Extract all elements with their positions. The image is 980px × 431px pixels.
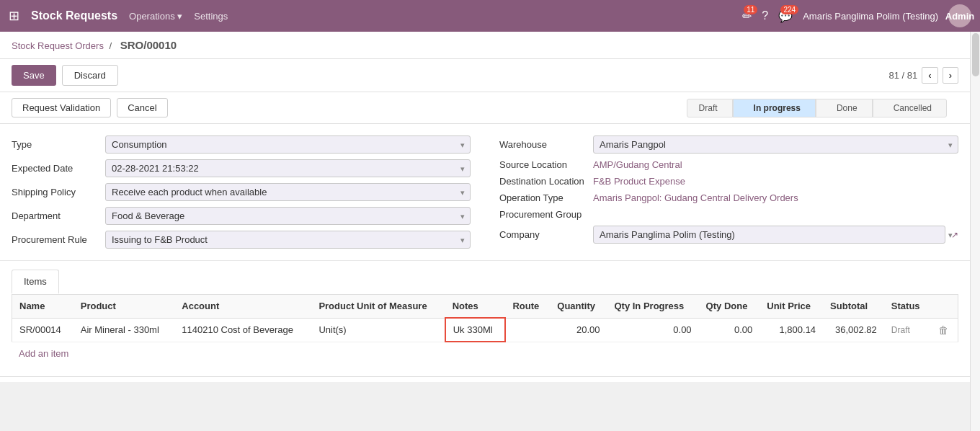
grid-icon[interactable]: ⊞ <box>9 8 19 24</box>
col-status: Status <box>884 295 931 319</box>
tab-items[interactable]: Items <box>12 270 59 294</box>
shipping-policy-select[interactable]: Receive each product when available <box>105 183 471 201</box>
status-draft: Draft <box>687 99 733 117</box>
main-content: Type Consumption Expected Date 02-28-202… <box>0 124 970 382</box>
col-account: Account <box>174 295 311 319</box>
warehouse-row: Warehouse Amaris Pangpol <box>499 135 958 154</box>
col-name: Name <box>12 295 74 319</box>
status-badge: Draft <box>891 325 910 335</box>
page-main: Stock Request Orders / SRO/00010 Save Di… <box>0 32 970 431</box>
cell-account: 1140210 Cost of Beverage <box>174 318 311 342</box>
expected-date-select[interactable]: 02-28-2021 21:53:22 <box>105 159 471 177</box>
procurement-rule-select[interactable]: Issuing to F&B Product <box>105 231 471 249</box>
tabs-section: Items <box>0 261 970 294</box>
col-quantity: Quantity <box>550 295 607 319</box>
expected-date-row: Expected Date 02-28-2021 21:53:22 <box>12 159 471 177</box>
save-button[interactable]: Save <box>12 65 56 86</box>
discard-button[interactable]: Discard <box>62 65 118 86</box>
expected-date-wrapper: 02-28-2021 21:53:22 <box>105 159 471 177</box>
company-wrapper: Amaris Panglima Polim (Testing) ↗ <box>593 226 958 244</box>
request-validation-button[interactable]: Request Validation <box>12 98 111 117</box>
nav-settings[interactable]: Settings <box>194 11 228 22</box>
user-name[interactable]: Amaris Panglima Polim (Testing) <box>803 11 938 22</box>
table-section: Name Product Account Product Unit of Mea… <box>0 294 970 376</box>
cell-quantity: 20.00 <box>550 318 607 342</box>
add-item-link[interactable]: Add an item <box>12 342 76 365</box>
source-location-text: AMP/Gudang Central <box>593 156 682 173</box>
table-body: SR/00014 Air Mineral - 330ml 1140210 Cos… <box>12 318 958 342</box>
cell-qty-done: 0.00 <box>699 318 760 342</box>
table-header-row: Name Product Account Product Unit of Mea… <box>12 295 958 319</box>
shipping-policy-wrapper: Receive each product when available <box>105 183 471 201</box>
status-cancelled: Cancelled <box>873 99 947 117</box>
operation-type-text: Amaris Pangpol: Gudang Central Delivery … <box>593 190 798 206</box>
toolbar-left: Save Discard <box>12 65 118 86</box>
avatar[interactable]: Admin <box>948 4 971 27</box>
source-location-label: Source Location <box>499 159 593 170</box>
col-actions <box>931 295 958 319</box>
edit-badge[interactable]: ✏ 11 <box>742 9 752 23</box>
cell-name: SR/00014 <box>12 318 74 342</box>
next-button[interactable]: › <box>943 67 958 84</box>
scrollbar-thumb[interactable] <box>972 33 979 76</box>
cell-subtotal: 36,002.82 <box>823 318 884 342</box>
chat-badge[interactable]: 💬 224 <box>778 9 793 23</box>
navbar: ⊞ Stock Requests Operations ▾ Settings ✏… <box>0 0 980 32</box>
company-external-link[interactable]: ↗ <box>951 230 958 240</box>
navbar-right: ✏ 11 ? 💬 224 Amaris Panglima Polim (Test… <box>742 4 971 27</box>
source-location-value: AMP/Gudang Central <box>593 159 958 170</box>
department-row: Department Food & Beverage <box>12 207 471 225</box>
procurement-rule-row: Procurement Rule Issuing to F&B Product <box>12 231 471 249</box>
horizontal-scrollbar[interactable] <box>0 376 970 382</box>
procurement-group-label: Procurement Group <box>499 209 593 220</box>
help-badge[interactable]: ? <box>762 9 768 22</box>
delete-row-button[interactable]: 🗑 <box>938 324 948 336</box>
col-qty-in-progress: Qty In Progress <box>607 295 698 319</box>
destination-location-label: Destination Location <box>499 176 593 187</box>
procurement-rule-wrapper: Issuing to F&B Product <box>105 231 471 249</box>
cell-qty-in-progress: 0.00 <box>607 318 698 342</box>
action-buttons: Request Validation Cancel <box>12 98 168 117</box>
cell-uom: Unit(s) <box>311 318 445 342</box>
breadcrumb-current: SRO/00010 <box>120 39 177 51</box>
cancel-button[interactable]: Cancel <box>117 98 167 117</box>
items-table: Name Product Account Product Unit of Mea… <box>12 294 958 342</box>
col-uom: Product Unit of Measure <box>311 295 445 319</box>
toolbar: Save Discard 81 / 81 ‹ › <box>0 59 970 92</box>
prev-button[interactable]: ‹ <box>922 67 937 84</box>
warehouse-select[interactable]: Amaris Pangpol <box>593 135 958 154</box>
type-select-wrapper: Consumption <box>105 135 471 154</box>
cell-route <box>505 318 550 342</box>
destination-location-row: Destination Location F&B Product Expense <box>499 176 958 187</box>
col-subtotal: Subtotal <box>823 295 884 319</box>
department-label: Department <box>12 210 105 221</box>
col-route: Route <box>505 295 550 319</box>
form-section: Type Consumption Expected Date 02-28-202… <box>0 124 970 261</box>
form-left: Type Consumption Expected Date 02-28-202… <box>12 135 471 254</box>
operation-type-row: Operation Type Amaris Pangpol: Gudang Ce… <box>499 192 958 203</box>
pagination: 81 / 81 ‹ › <box>889 67 958 84</box>
cell-delete[interactable]: 🗑 <box>931 318 958 342</box>
cell-notes[interactable]: Uk 330Ml <box>445 318 506 342</box>
breadcrumb-parent[interactable]: Stock Request Orders <box>12 40 104 51</box>
nav-operations[interactable]: Operations ▾ <box>129 11 182 22</box>
company-label: Company <box>499 229 593 240</box>
company-select[interactable]: Amaris Panglima Polim (Testing) <box>593 226 945 244</box>
type-label: Type <box>12 139 105 150</box>
department-select[interactable]: Food & Beverage <box>105 207 471 225</box>
operation-type-value: Amaris Pangpol: Gudang Central Delivery … <box>593 192 958 203</box>
company-row: Company Amaris Panglima Polim (Testing) … <box>499 226 958 244</box>
navbar-menu: Operations ▾ Settings <box>129 11 228 22</box>
pagination-text: 81 / 81 <box>889 70 918 81</box>
vertical-scrollbar-track[interactable] <box>970 32 980 431</box>
col-notes: Notes <box>445 295 506 319</box>
department-wrapper: Food & Beverage <box>105 207 471 225</box>
status-steps: Draft In progress Done Cancelled <box>687 99 947 117</box>
type-select[interactable]: Consumption <box>105 135 471 154</box>
destination-location-text: F&B Product Expense <box>593 173 685 190</box>
procurement-rule-label: Procurement Rule <box>12 234 105 245</box>
table-row: SR/00014 Air Mineral - 330ml 1140210 Cos… <box>12 318 958 342</box>
cell-status: Draft <box>884 318 931 342</box>
type-row: Type Consumption <box>12 135 471 154</box>
shipping-policy-label: Shipping Policy <box>12 187 105 197</box>
